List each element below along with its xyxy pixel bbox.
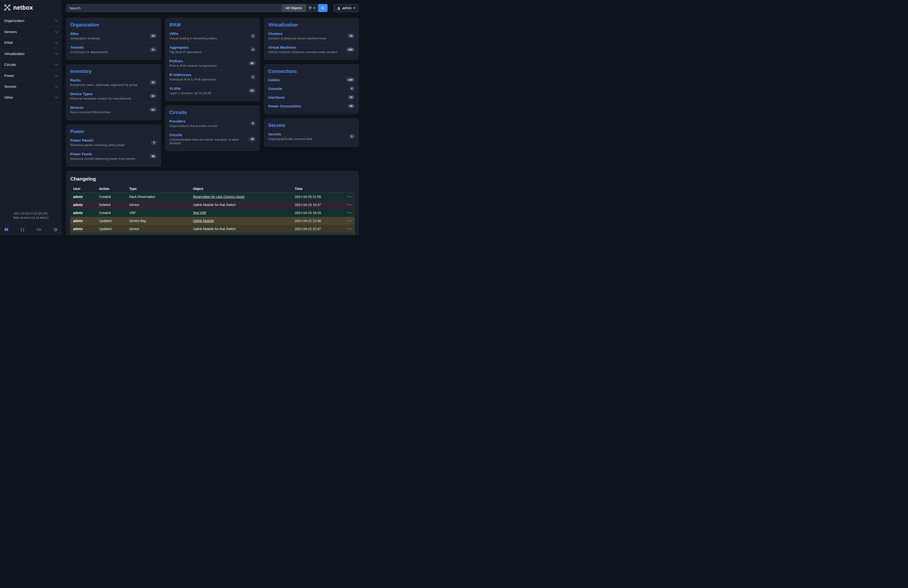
- code-icon[interactable]: </>: [36, 227, 42, 232]
- count-badge: 32: [348, 34, 355, 38]
- link-aggregates[interactable]: Aggregates: [169, 45, 189, 49]
- column-header-action: Action: [96, 185, 126, 193]
- search-input[interactable]: [66, 4, 282, 12]
- dashboard-column-2: IPAM VRFs Virtual routing & forwarding t…: [165, 18, 260, 151]
- row-actions-button[interactable]: ···: [348, 211, 352, 215]
- link-cables[interactable]: Cables: [268, 78, 280, 82]
- column-header-time: Time: [292, 185, 341, 193]
- list-item: Prefixes IPv4 & IPv6 network assignments…: [169, 56, 256, 70]
- item-description: Physical hardware models by manufacturer: [70, 97, 131, 100]
- row-actions-button[interactable]: ···: [348, 235, 352, 235]
- link-clusters[interactable]: Clusters: [268, 32, 282, 35]
- count-badge: 30: [249, 137, 256, 141]
- list-item: Interfaces 26: [268, 93, 355, 101]
- sidebar-item-circuits[interactable]: Circuits: [0, 59, 62, 70]
- row-actions-button[interactable]: ···: [348, 219, 352, 223]
- all-objects-button[interactable]: All Objects: [282, 4, 306, 12]
- count-badge: 26: [348, 103, 355, 108]
- link-providers[interactable]: Providers: [169, 119, 186, 123]
- item-description: Layer 2 domains, by VLAN ID: [169, 91, 211, 95]
- changelog-object: Uplink Module for that Switch: [193, 227, 236, 231]
- changelog-action: Created: [96, 209, 126, 217]
- item-description: IPv4 & IPv6 network assignments: [169, 64, 217, 68]
- braces-icon[interactable]: { }: [21, 227, 24, 232]
- link-ip-addresses[interactable]: IP Addresses: [169, 72, 192, 77]
- user-menu-label: admin: [343, 6, 352, 10]
- link-console[interactable]: Console: [268, 87, 282, 90]
- link-circuits[interactable]: Circuits: [169, 133, 182, 137]
- link-secrets[interactable]: Secrets: [268, 132, 281, 136]
- link-prefixes[interactable]: Prefixes: [169, 59, 183, 63]
- docs-icon[interactable]: [4, 228, 8, 232]
- link-tenants[interactable]: Tenants: [70, 45, 84, 49]
- netbox-logo[interactable]: netbox: [0, 0, 62, 15]
- sidebar-item-organization[interactable]: Organization: [0, 15, 62, 26]
- count-badge: 9: [250, 121, 256, 126]
- list-item: VRFs Virtual routing & forwarding tables…: [169, 29, 256, 42]
- sidebar-item-devices[interactable]: Devices: [0, 26, 62, 37]
- count-badge: 15: [150, 93, 157, 98]
- changelog-time: 2021-04-22 22:47: [292, 233, 341, 235]
- link-vrfs[interactable]: VRFs: [169, 32, 178, 35]
- link-sites[interactable]: Sites: [70, 32, 79, 35]
- card-title: Power: [70, 129, 157, 134]
- link-power-panels[interactable]: Power Panels: [70, 138, 93, 142]
- list-item: Racks Equipment racks, optionally organi…: [70, 76, 157, 89]
- sidebar-item-label: Organization: [4, 19, 24, 23]
- count-badge: 42: [150, 80, 157, 85]
- count-badge: 0: [349, 86, 355, 91]
- changelog-object-link[interactable]: Reservation for rack Comms closet: [193, 195, 244, 199]
- card-organization: Organization Sites Geographic locations …: [66, 18, 161, 60]
- sidebar-item-label: Virtualization: [4, 52, 24, 56]
- item-description: Top-level IP allocations: [169, 50, 202, 54]
- globe-icon[interactable]: [53, 228, 58, 232]
- count-badge: 64: [150, 107, 157, 112]
- sidebar-item-ipam[interactable]: IPAM: [0, 37, 62, 48]
- link-device-types[interactable]: Device Types: [70, 92, 93, 96]
- sidebar-item-virtualization[interactable]: Virtualization: [0, 48, 62, 59]
- card-ipam: IPAM VRFs Virtual routing & forwarding t…: [165, 18, 260, 101]
- changelog-object: Uplink Module for that Switch: [193, 203, 236, 207]
- changelog-user: admin: [70, 201, 96, 209]
- list-item: Providers Organizations that provide cir…: [169, 116, 256, 130]
- link-devices[interactable]: Devices: [70, 105, 84, 110]
- sidebar-footer: 2021-04-26 07:22:28 UTC foda-se.local (v…: [0, 211, 62, 235]
- search-button[interactable]: [318, 4, 328, 12]
- column-header-object: Object: [190, 185, 292, 193]
- card-title: Circuits: [169, 110, 256, 115]
- link-vlans[interactable]: VLANs: [169, 86, 181, 90]
- changelog-title: Changelog: [70, 176, 355, 182]
- item-description: Cryptographically secured data: [268, 137, 312, 141]
- changelog-time: 2021-04-22 22:47: [292, 225, 341, 233]
- server-time: 2021-04-26 07:22:28 UTC: [0, 211, 62, 216]
- user-menu-button[interactable]: admin: [334, 4, 359, 12]
- item-description: Customers or departments: [70, 50, 108, 54]
- link-power-feeds[interactable]: Power Feeds: [70, 152, 92, 156]
- count-badge: 63: [249, 88, 256, 93]
- sidebar-item-other[interactable]: Other: [0, 92, 62, 103]
- list-item: Console 0: [268, 84, 355, 93]
- changelog-object-link[interactable]: Test VRF: [193, 211, 207, 215]
- logo-text: netbox: [13, 4, 33, 11]
- count-badge: 180: [346, 47, 355, 52]
- link-power-connections[interactable]: Power Connections: [268, 104, 301, 108]
- row-actions-button[interactable]: ···: [348, 227, 352, 231]
- sidebar-item-secrets[interactable]: Secrets: [0, 81, 62, 92]
- dashboard-columns: Organization Sites Geographic locations …: [66, 18, 359, 167]
- changelog-card: Changelog User Action Type Object Time a…: [66, 171, 359, 235]
- changelog-object-link[interactable]: Uplink Module: [193, 219, 214, 223]
- link-virtual-machines[interactable]: Virtual Machines: [268, 45, 296, 49]
- filter-icon: [309, 6, 312, 10]
- row-actions-button[interactable]: ···: [348, 203, 352, 207]
- row-actions-button[interactable]: ···: [348, 195, 352, 199]
- count-badge: 4: [250, 47, 256, 52]
- count-badge: 26: [348, 95, 355, 100]
- column-header-user: User: [70, 185, 96, 193]
- filter-dropdown-button[interactable]: [306, 4, 318, 12]
- sidebar-item-power[interactable]: Power: [0, 70, 62, 81]
- list-item: VLANs Layer 2 domains, by VLAN ID 63: [169, 84, 256, 97]
- link-interfaces[interactable]: Interfaces: [268, 95, 285, 99]
- card-title: Secrets: [268, 123, 355, 128]
- link-racks[interactable]: Racks: [70, 78, 80, 82]
- search-group: All Objects: [66, 4, 328, 12]
